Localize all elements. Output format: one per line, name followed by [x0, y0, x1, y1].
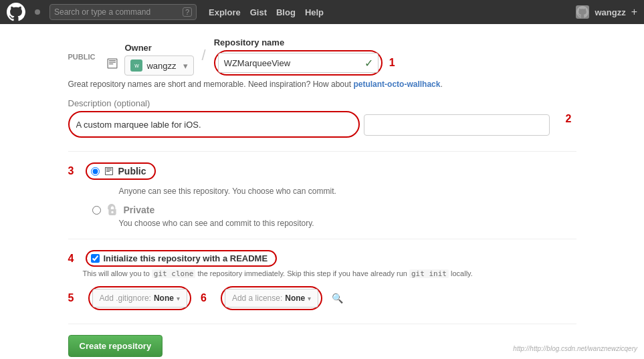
init-readme-checkbox[interactable]: [91, 254, 100, 263]
username-label[interactable]: wangzz: [595, 7, 625, 17]
description-optional: (optional): [112, 98, 150, 108]
navbar: ? Explore Gist Blog Help wangzz +: [0, 0, 644, 24]
visibility-section: 3 Public Anyone can see this repository.…: [68, 162, 576, 228]
owner-avatar: w: [130, 59, 142, 72]
watermark-text: http://http://blog.csdn.net/wanznewzicqe…: [513, 345, 637, 352]
plus-button[interactable]: +: [631, 6, 637, 18]
git-init-code: git init: [409, 269, 449, 278]
step-4-label: 4: [68, 253, 79, 265]
public-option-desc: Anyone can see this repository. You choo…: [119, 187, 576, 196]
search-icon[interactable]: 🔍: [332, 293, 343, 304]
step-1-label: 1: [389, 57, 400, 69]
gitignore-label: Add .gitignore:: [100, 293, 151, 303]
divider-1: [68, 151, 576, 152]
search-help-icon[interactable]: ?: [183, 7, 192, 17]
chevron-down-icon: ▾: [183, 61, 188, 71]
repo-name-input[interactable]: [218, 53, 379, 73]
github-logo-icon[interactable]: [7, 3, 25, 21]
nav-help[interactable]: Help: [305, 7, 324, 17]
hint-link[interactable]: petulant-octo-wallhack: [353, 80, 440, 89]
create-repository-button[interactable]: Create repository: [68, 335, 163, 357]
search-input[interactable]: [54, 7, 180, 17]
repo-name-wrapper: ✓: [218, 53, 379, 73]
separator-slash: /: [202, 47, 206, 67]
owner-field-group: Owner w wangzz ▾: [124, 43, 193, 76]
avatar: [576, 5, 589, 19]
step-5-label: 5: [68, 292, 79, 304]
lock-icon: [108, 204, 117, 216]
public-radio[interactable]: [91, 167, 100, 176]
step-3-label: 3: [68, 165, 79, 177]
init-annotation: Initialize this repository with a README: [86, 250, 278, 267]
navbar-dot: [35, 9, 40, 15]
license-value: None: [285, 293, 305, 303]
private-option-desc: You choose who can see and commit to thi…: [119, 219, 576, 228]
step-6-label: 6: [201, 292, 211, 304]
nav-links: Explore Gist Blog Help: [209, 7, 324, 17]
init-hint: This will allow you to git clone the rep…: [83, 269, 576, 278]
init-section: 4 Initialize this repository with a READ…: [68, 250, 576, 278]
repo-name-label: Repository name: [214, 37, 400, 47]
git-clone-code: git clone: [152, 269, 196, 278]
dropdowns-row: 5 Add .gitignore: None ▾ 6 Add a license…: [68, 286, 576, 310]
private-radio[interactable]: [92, 206, 101, 215]
gitignore-value: None: [154, 293, 174, 303]
description-section: Description (optional) 2: [68, 98, 576, 140]
owner-label: Owner: [124, 43, 193, 53]
description-input[interactable]: [71, 114, 357, 135]
main-content: PUBLIC Owner w wangzz ▾ / Repository nam…: [55, 37, 590, 357]
gitignore-dropdown[interactable]: Add .gitignore: None ▾: [92, 289, 187, 308]
nav-explore[interactable]: Explore: [209, 7, 241, 17]
check-icon: ✓: [364, 57, 373, 70]
nav-gist[interactable]: Gist: [250, 7, 267, 17]
description-label: Description (optional): [68, 98, 559, 108]
public-option-label[interactable]: Public: [118, 166, 146, 176]
repo-name-annotation: ✓: [214, 50, 383, 76]
license-caret-icon: ▾: [308, 295, 311, 302]
description-input-full[interactable]: [364, 114, 550, 136]
book-icon: [106, 56, 119, 73]
nav-blog[interactable]: Blog: [276, 7, 296, 17]
owner-select[interactable]: w wangzz ▾: [124, 55, 193, 76]
public-label: PUBLIC: [68, 53, 96, 61]
owner-value: wangzz: [146, 61, 176, 71]
license-annotation: Add a license: None ▾: [221, 286, 322, 310]
gitignore-annotation: Add .gitignore: None ▾: [88, 286, 191, 310]
description-annotation: [68, 111, 360, 138]
license-label: Add a license:: [232, 293, 282, 303]
public-option-annotation: Public: [86, 162, 156, 180]
license-dropdown[interactable]: Add a license: None ▾: [225, 289, 318, 308]
private-option-label[interactable]: Private: [124, 205, 155, 215]
repo-name-field-group: Repository name ✓ 1: [214, 37, 400, 76]
divider-3: [68, 324, 576, 324]
gitignore-caret-icon: ▾: [177, 295, 180, 302]
step-2-label: 2: [566, 113, 576, 125]
navbar-right: wangzz +: [576, 5, 637, 19]
search-box[interactable]: ?: [49, 4, 197, 20]
public-book-icon: [104, 165, 114, 177]
init-readme-label[interactable]: Initialize this repository with a README: [104, 253, 268, 263]
repo-hint-text: Great repository names are short and mem…: [68, 80, 576, 89]
divider-2: [68, 239, 576, 239]
